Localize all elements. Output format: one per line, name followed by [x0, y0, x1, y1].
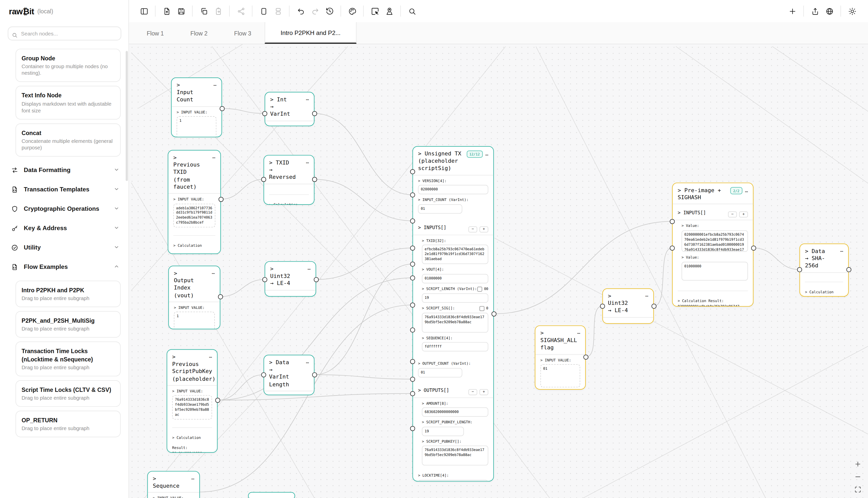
field-input[interactable]: 01 [418, 368, 462, 377]
sidebar-category-transaction-templates[interactable]: Transaction Templates [0, 180, 129, 199]
edge[interactable] [220, 279, 265, 297]
input-port[interactable] [410, 275, 415, 280]
input-port[interactable] [410, 193, 415, 197]
field-input[interactable]: adeb1a3862f107736dd31c9fb179f9811d2eebed… [173, 204, 215, 228]
field-input[interactable]: 00000000 [418, 480, 488, 481]
undo-button[interactable] [293, 4, 308, 18]
zoom-out-button[interactable] [853, 472, 862, 481]
input-port[interactable] [261, 177, 266, 182]
tab-flow-2[interactable]: Flow 2 [177, 22, 221, 44]
input-port[interactable] [410, 219, 415, 223]
edge[interactable] [314, 264, 412, 375]
fit-view-button[interactable] [853, 485, 862, 494]
node-input-count[interactable]: > Input Count…> INPUT VALUE:1> Calculati… [171, 77, 222, 137]
input-port[interactable] [262, 277, 267, 282]
edge[interactable] [314, 179, 412, 221]
field-input[interactable]: 76a914333d1836c8f4db933eae179bd5bf5ec920… [422, 446, 488, 466]
node-sighash-all-flag[interactable]: > SIGHASH_ALL flag…> INPUT VALUE:01> Cal… [535, 326, 586, 390]
sidebar-category-data-formatting[interactable]: Data Formatting [0, 160, 129, 180]
sidebar-scrollbar[interactable] [126, 51, 128, 181]
array-remove-button[interactable]: − [468, 389, 477, 395]
node-menu-button[interactable]: … [840, 248, 843, 253]
input-port[interactable] [670, 246, 675, 250]
node-menu-button[interactable]: … [212, 270, 215, 275]
input-port[interactable] [410, 169, 415, 174]
sidebar-category-key-address[interactable]: Key & Address [0, 219, 129, 238]
node-node-stub[interactable] [248, 492, 295, 498]
node-sequence[interactable]: > Sequence…> INPUT VALUE:fffffffd [147, 471, 200, 498]
copy-result-button[interactable] [743, 305, 748, 307]
input-port[interactable] [410, 327, 415, 332]
input-port[interactable] [262, 111, 267, 116]
input-port[interactable] [410, 391, 415, 396]
node-int-varint[interactable]: > Int → VarInt…> Calculation Result:01 [265, 92, 314, 126]
field-input[interactable]: 19 [422, 293, 488, 302]
sidebar-item-p2pk-and-p2sh-multisig[interactable]: P2PK_and_P2SH_MultiSigDrag to place enti… [16, 311, 121, 338]
node-menu-button[interactable]: … [191, 475, 194, 481]
new-flow-button[interactable] [785, 4, 799, 18]
theme-toggle-button[interactable] [845, 4, 859, 18]
sidebar-item-transaction-time-locks-nlocktime-nsequence[interactable]: Transaction Time Locks (nLocktime & nSeq… [16, 342, 121, 376]
field-input[interactable]: 02000000 [418, 185, 488, 194]
output-port[interactable] [314, 277, 319, 282]
output-port[interactable] [846, 267, 851, 272]
node-menu-button[interactable]: … [306, 359, 309, 364]
input-port[interactable] [410, 246, 415, 250]
copy-result-button[interactable] [207, 452, 212, 453]
zoom-in-button[interactable] [853, 459, 862, 468]
output-port[interactable] [312, 177, 317, 182]
input-port[interactable] [410, 426, 415, 431]
output-port[interactable] [583, 355, 588, 359]
sidebar-item-concat[interactable]: ConcatConcatenate multiple elements (gen… [16, 123, 121, 157]
edge[interactable] [586, 306, 602, 357]
output-port[interactable] [215, 398, 220, 403]
minimap-button[interactable] [382, 4, 396, 18]
node-menu-button[interactable]: … [213, 82, 216, 87]
field-checkbox[interactable] [480, 306, 484, 311]
sidebar-item-text-info-node[interactable]: Text Info NodeDisplays markdown text wit… [16, 86, 121, 119]
tab-flow-3[interactable]: Flow 3 [221, 22, 265, 44]
input-port[interactable] [261, 372, 266, 377]
paste-button[interactable] [211, 4, 225, 18]
sidebar-category-flow-examples[interactable]: Flow Examples [0, 257, 129, 277]
input-port[interactable] [410, 303, 415, 307]
output-port[interactable] [751, 246, 756, 250]
node-uint32-le4-b[interactable]: > Uint32 → LE-4…> Calculation Result:010… [602, 288, 654, 324]
field-checkbox[interactable] [477, 287, 482, 291]
edge[interactable] [314, 375, 412, 379]
split-node-button[interactable] [271, 4, 285, 18]
edge[interactable] [218, 394, 413, 400]
input-port[interactable] [410, 262, 415, 266]
node-data-varint-length[interactable]: > Data → VarInt Length…> Calculation Res… [263, 355, 314, 395]
node-output-index[interactable]: > Output Index (vout)…> INPUT VALUE:1> C… [168, 266, 220, 329]
tab-intro-p2pkh-and-p2[interactable]: Intro P2PKH and P2... [264, 22, 357, 44]
sidebar-item-script-time-locks-cltv-csv[interactable]: Script Time Locks (CLTV & CSV)Drag to pl… [16, 380, 121, 407]
add-node-button[interactable] [256, 4, 271, 18]
array-add-button[interactable]: + [739, 211, 748, 218]
input-port[interactable] [410, 359, 415, 364]
input-port[interactable] [670, 219, 675, 224]
share-button[interactable] [234, 4, 248, 18]
field-input[interactable]: 76a914333d1836c8f4db933eae179bd5bf5ec920… [422, 312, 488, 332]
select-tool-button[interactable] [367, 4, 382, 18]
field-input[interactable]: fdffffff [422, 342, 488, 351]
output-port[interactable] [491, 311, 496, 316]
copy-button[interactable] [196, 4, 211, 18]
edge[interactable] [314, 114, 412, 195]
node-menu-button[interactable]: … [745, 188, 748, 193]
field-input[interactable]: 1 [177, 116, 216, 137]
field-input[interactable]: 19 [422, 427, 464, 436]
toggle-sidebar-button[interactable] [137, 4, 151, 18]
field-input[interactable]: 01 [541, 364, 580, 387]
sidebar-category-utility[interactable]: Utility [0, 238, 129, 257]
node-preimage-sighash[interactable]: > Pre-image + SIGHASH2/2…> INPUTS[]−+> V… [672, 183, 753, 306]
node-menu-button[interactable]: … [306, 96, 309, 101]
output-port[interactable] [651, 304, 656, 309]
redo-button[interactable] [308, 4, 322, 18]
output-port[interactable] [312, 372, 317, 377]
node-uint32-le4-a[interactable]: > Uint32 → LE-4…> Calculation Result:010… [265, 261, 316, 297]
node-previous-txid[interactable]: > Previous TXID (from faucet)…> INPUT VA… [168, 150, 221, 254]
output-port[interactable] [218, 294, 223, 299]
flow-canvas[interactable]: > Input Count…> INPUT VALUE:1> Calculati… [129, 44, 868, 498]
array-remove-button[interactable]: − [728, 211, 737, 218]
